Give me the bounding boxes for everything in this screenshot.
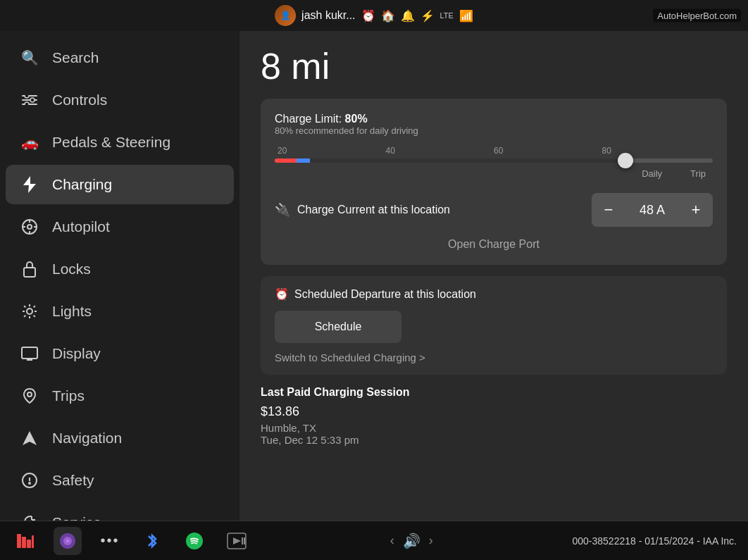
sidebar-label-pedals: Pedals & Steering — [52, 134, 170, 151]
current-control: − 48 A + — [592, 193, 713, 227]
switch-to-scheduled-link[interactable]: Switch to Scheduled Charging > — [275, 351, 713, 363]
navigation-icon — [20, 428, 39, 448]
slider-fill-red — [275, 158, 297, 163]
slider-thumb[interactable] — [618, 153, 633, 168]
slider-labels: 20 40 60 80 — [275, 146, 713, 156]
sidebar-item-controls[interactable]: Controls — [6, 80, 234, 120]
slider-fill-dark — [310, 158, 625, 163]
scheduled-title-text: Scheduled Departure at this location — [294, 288, 476, 301]
nav-prev-arrow[interactable]: ‹ — [390, 533, 394, 548]
last-paid-amount: $13.86 — [261, 404, 727, 419]
slider-daily-trip: Daily Trip — [275, 168, 713, 179]
sidebar-item-autopilot[interactable]: Autopilot — [6, 207, 234, 247]
charge-limit-label: Charge Limit: 80% — [275, 113, 713, 125]
svg-point-4 — [30, 98, 35, 102]
sidebar-item-safety[interactable]: Safety — [6, 461, 234, 500]
autopilot-icon — [20, 217, 39, 237]
charge-current-text: Charge Current at this location — [297, 203, 450, 218]
sidebar-item-search[interactable]: 🔍 Search — [6, 38, 234, 77]
user-avatar: 👤 — [275, 5, 296, 26]
svg-point-8 — [27, 225, 32, 229]
sidebar-label-locks: Locks — [52, 261, 91, 278]
trips-icon — [20, 386, 39, 406]
sidebar-label-charging: Charging — [52, 176, 112, 193]
sidebar-item-trips[interactable]: Trips — [6, 376, 234, 416]
svg-point-14 — [27, 309, 32, 314]
search-icon: 🔍 — [20, 48, 39, 68]
bottom-nav: ‹ 🔊 › — [390, 533, 433, 549]
bottom-icon-more[interactable]: ••• — [96, 527, 124, 555]
bell-icon: 🔔 — [401, 9, 415, 23]
lte-label: LTE — [440, 11, 454, 20]
sidebar-label-display: Display — [52, 345, 101, 362]
sidebar-item-display[interactable]: Display — [6, 334, 234, 373]
main-container: 🔍 Search Controls 🚗 Pedals & Steering — [0, 31, 748, 521]
svg-rect-38 — [17, 534, 21, 548]
vin-info: 000-38522218 - 01/15/2024 - IAA Inc. — [572, 535, 737, 547]
sidebar-item-navigation[interactable]: Navigation — [6, 418, 234, 458]
scheduled-alarm-icon: ⏰ — [275, 287, 289, 301]
current-plus-button[interactable]: + — [679, 193, 713, 227]
svg-rect-40 — [27, 540, 31, 548]
svg-point-44 — [66, 540, 69, 542]
slider-mark-20: 20 — [278, 146, 287, 156]
charge-limit-sub: 80% recommended for daily driving — [275, 125, 713, 136]
slider-fill-blue — [297, 158, 310, 163]
slider-mark-60: 60 — [494, 146, 503, 156]
svg-line-22 — [34, 306, 35, 307]
sidebar-label-service: Service — [52, 514, 101, 521]
service-icon — [20, 513, 39, 521]
last-paid-title: Last Paid Charging Session — [261, 386, 727, 399]
content-area: 8 mi Charge Limit: 80% 80% recommended f… — [239, 31, 748, 521]
bottom-icon-bars[interactable] — [11, 527, 39, 555]
svg-line-19 — [24, 306, 25, 307]
locks-icon — [20, 259, 39, 279]
sidebar-item-locks[interactable]: Locks — [6, 249, 234, 289]
charge-slider-container[interactable]: 20 40 60 80 Daily Trip — [275, 146, 713, 179]
signal-icon: 📶 — [459, 9, 473, 23]
pedals-icon: 🚗 — [20, 132, 39, 152]
svg-rect-23 — [22, 347, 37, 359]
charge-current-label: 🔌 Charge Current at this location — [275, 202, 450, 218]
bottom-icons-left: ••• — [11, 527, 251, 555]
scheduled-section: ⏰ Scheduled Departure at this location S… — [261, 276, 727, 375]
bottom-icon-spotify[interactable] — [180, 527, 208, 555]
open-charge-port-button[interactable]: Open Charge Port — [275, 238, 713, 251]
sidebar-item-charging[interactable]: Charging — [6, 165, 234, 204]
last-paid-city: Humble, TX — [261, 422, 316, 434]
charging-icon — [20, 175, 39, 194]
lights-icon — [20, 301, 39, 321]
current-value-display: 48 A — [625, 203, 679, 218]
sidebar-label-autopilot: Autopilot — [52, 218, 110, 235]
bluetooth-icon: ⚡ — [420, 9, 435, 23]
svg-point-26 — [27, 392, 32, 397]
last-paid-section: Last Paid Charging Session $13.86 Humble… — [261, 386, 727, 446]
controls-icon — [20, 90, 39, 110]
bottom-icon-purple[interactable] — [54, 527, 82, 555]
sidebar: 🔍 Search Controls 🚗 Pedals & Steering — [0, 31, 239, 521]
bottom-icon-bluetooth[interactable] — [138, 527, 166, 555]
volume-icon[interactable]: 🔊 — [403, 533, 420, 549]
sidebar-label-navigation: Navigation — [52, 430, 122, 447]
sidebar-item-pedals[interactable]: 🚗 Pedals & Steering — [6, 123, 234, 162]
svg-marker-6 — [23, 176, 36, 193]
sidebar-item-lights[interactable]: Lights — [6, 292, 234, 331]
sidebar-label-controls: Controls — [52, 92, 107, 108]
svg-rect-39 — [22, 537, 26, 548]
daily-label: Daily — [642, 168, 662, 179]
username: jash kukr... — [301, 9, 355, 22]
svg-marker-47 — [233, 537, 241, 545]
user-info: 👤 jash kukr... ⏰ 🏠 🔔 ⚡ LTE 📶 — [275, 5, 473, 26]
sidebar-item-service[interactable]: Service — [6, 503, 234, 521]
last-paid-location: Humble, TX Tue, Dec 12 5:33 pm — [261, 422, 727, 446]
slider-mark-40: 40 — [386, 146, 395, 156]
svg-point-5 — [25, 102, 29, 105]
charge-current-row: 🔌 Charge Current at this location − 48 A… — [275, 193, 713, 227]
current-minus-button[interactable]: − — [592, 193, 625, 227]
schedule-button[interactable]: Schedule — [275, 311, 401, 343]
bottom-bar: ••• ‹ 🔊 › 000-38 — [0, 521, 748, 560]
slider-track[interactable] — [275, 158, 713, 163]
nav-next-arrow[interactable]: › — [429, 533, 433, 548]
watermark: AutoHelperBot.com — [653, 9, 741, 23]
bottom-icon-media[interactable] — [223, 527, 251, 555]
